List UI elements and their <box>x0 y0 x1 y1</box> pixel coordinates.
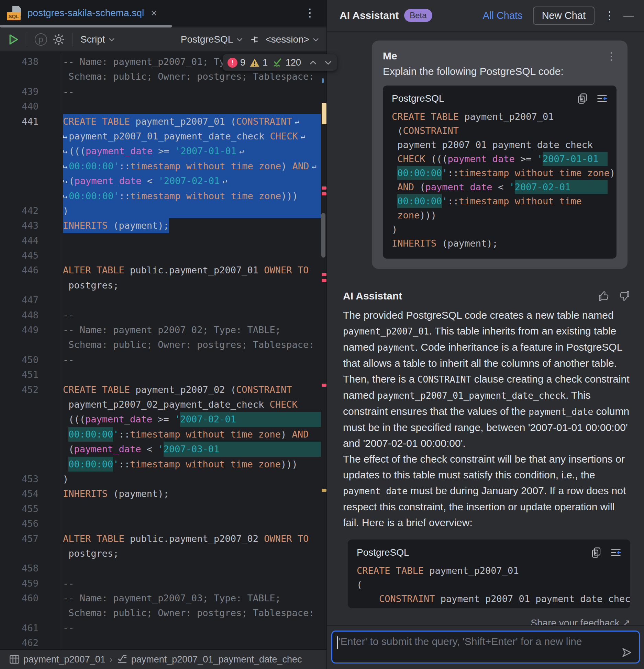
chat-input[interactable] <box>332 632 639 662</box>
prev-issue-icon[interactable] <box>309 60 317 65</box>
ai-assistant-panel: AI Assistant Beta All Chats New Chat ⋮ —… <box>326 0 644 669</box>
stripe-mark-info[interactable] <box>322 78 324 83</box>
code-line: payment_p2007_01_payment_date_check <box>392 138 608 152</box>
thumbs-down-icon[interactable] <box>619 290 630 302</box>
line-number: 457 <box>0 531 38 546</box>
play-icon <box>8 33 19 46</box>
inspections-widget: ! 9 1 120 <box>223 54 337 71</box>
line-number <box>0 546 38 561</box>
line-number <box>0 457 38 472</box>
code-line: CHECK <box>357 606 621 608</box>
ok-count[interactable]: 120 <box>286 57 301 68</box>
warning-icon[interactable] <box>249 58 260 67</box>
editor-row: Schema: public; Owner: postgres; Tablesp… <box>0 69 326 84</box>
editor-row: postgres; <box>0 278 326 293</box>
stripe-mark-error[interactable] <box>322 192 326 195</box>
tab-close-icon[interactable]: × <box>151 7 157 19</box>
error-count[interactable]: 9 <box>240 57 245 68</box>
copy-icon[interactable] <box>577 93 588 104</box>
editor-row: 458 <box>0 561 326 576</box>
warning-count[interactable]: 1 <box>263 57 268 68</box>
thumbs-up-icon[interactable] <box>598 290 610 302</box>
stripe-mark-error[interactable] <box>322 186 326 190</box>
line-number: 451 <box>0 367 38 382</box>
script-dropdown[interactable]: Script <box>78 34 118 45</box>
editor-row: 00:00:00'::timestamp without time zone))… <box>0 457 326 472</box>
message-kebab-menu-icon[interactable]: ⋮ <box>606 50 617 62</box>
response-paragraph: The provided PostgreSQL code creates a n… <box>343 307 630 451</box>
code-line: INHERITS (payment); <box>392 236 608 250</box>
line-number: 438 <box>0 54 38 69</box>
minimize-icon[interactable]: — <box>623 10 634 21</box>
new-chat-button[interactable]: New Chat <box>533 7 595 25</box>
line-number: 462 <box>0 635 38 649</box>
line-number <box>0 144 38 158</box>
stripe-mark-error[interactable] <box>322 384 326 387</box>
assistant-response-text: The provided PostgreSQL code creates a n… <box>343 307 630 531</box>
code-line: CREATE TABLE payment_p2007_01 <box>357 564 621 578</box>
stripe-mark-error[interactable] <box>322 273 326 276</box>
editor-row: 442) <box>0 203 326 218</box>
tab-title: postgres-sakila-schema.sql <box>27 8 144 19</box>
session-label: <session> <box>265 34 309 45</box>
insert-to-editor-icon[interactable] <box>597 94 608 103</box>
editor-vertical-scrollbar[interactable] <box>321 213 325 258</box>
editor-row: 441CREATE TABLE payment_p2007_01 (CONSTR… <box>0 114 326 129</box>
soft-wrap-icon: ↵ <box>63 189 67 203</box>
tab-postgres-sakila-schema[interactable]: SQL postgres-sakila-schema.sql × <box>0 0 166 26</box>
stripe-mark-error[interactable] <box>322 279 326 282</box>
stripe-mark-warning[interactable] <box>322 489 326 492</box>
line-number <box>0 442 38 456</box>
inspections-ok-icon[interactable] <box>272 57 283 68</box>
error-icon[interactable]: ! <box>227 58 237 68</box>
tabs-scrollbar[interactable] <box>0 25 172 27</box>
error-stripe[interactable] <box>322 53 326 649</box>
code-block-language: PostgreSQL <box>357 547 409 558</box>
stripe-mark-block[interactable] <box>322 103 326 124</box>
line-number <box>0 173 38 188</box>
assistant-kebab-menu-icon[interactable]: ⋮ <box>604 9 615 22</box>
status-bar: payment_p2007_01 › payment_p2007_01_paym… <box>0 649 326 669</box>
editor-row: 456 <box>0 516 326 531</box>
soft-wrap-icon: ↵ <box>312 159 316 173</box>
editor-row: 445 <box>0 248 326 263</box>
toolbar-divider <box>73 33 73 46</box>
editor-row: payment_p2007_02_payment_date_check CHEC… <box>0 397 326 412</box>
editor-row: 443INHERITS (payment); <box>0 218 326 233</box>
line-number: 445 <box>0 248 38 263</box>
copy-icon[interactable] <box>591 547 601 558</box>
editor-toolbar: p Script PostgreSQL <box>0 27 326 52</box>
code-block-overview: PostgreSQL <box>348 540 630 608</box>
soft-wrap-icon: ↵ <box>295 114 299 129</box>
line-number <box>0 129 38 144</box>
insert-to-editor-icon[interactable] <box>610 548 621 557</box>
dialect-dropdown[interactable]: PostgreSQL <box>178 34 246 45</box>
code-line: zone))) <box>392 208 608 222</box>
text-caret <box>337 636 338 649</box>
run-button[interactable] <box>5 33 22 46</box>
next-issue-icon[interactable] <box>324 60 332 65</box>
gear-icon <box>53 33 65 46</box>
line-number: 454 <box>0 486 38 501</box>
profiler-button[interactable]: p <box>32 33 50 46</box>
all-chats-link[interactable]: All Chats <box>483 10 523 21</box>
editor-row: 00:00:00'::timestamp without time zone) … <box>0 427 326 442</box>
chat-body: Me ⋮ Explain the following PostgreSQL co… <box>327 32 644 625</box>
code-line: CREATE TABLE payment_p2007_01 <box>392 110 608 124</box>
editor-row: 440 <box>0 99 326 114</box>
line-number: 452 <box>0 382 38 397</box>
line-number: 458 <box>0 561 38 576</box>
editor-row: 461-- <box>0 621 326 635</box>
line-number: 461 <box>0 621 38 635</box>
beta-badge: Beta <box>404 9 432 22</box>
breadcrumb-constraint[interactable]: payment_p2007_01_payment_date_chec <box>117 654 302 665</box>
share-feedback-link[interactable]: Share your feedback ↗ <box>531 617 630 625</box>
line-number: 449 <box>0 322 38 337</box>
editor-kebab-menu-icon[interactable]: ⋮ <box>304 6 315 19</box>
session-dropdown[interactable]: <session> <box>248 34 322 45</box>
settings-button[interactable] <box>50 33 68 46</box>
send-icon[interactable] <box>621 647 633 658</box>
editor-code-area[interactable]: 438-- Name: payment_p2007_01; Typ Schema… <box>0 53 326 649</box>
line-number: 443 <box>0 218 38 233</box>
breadcrumb-table[interactable]: payment_p2007_01 <box>9 654 106 665</box>
